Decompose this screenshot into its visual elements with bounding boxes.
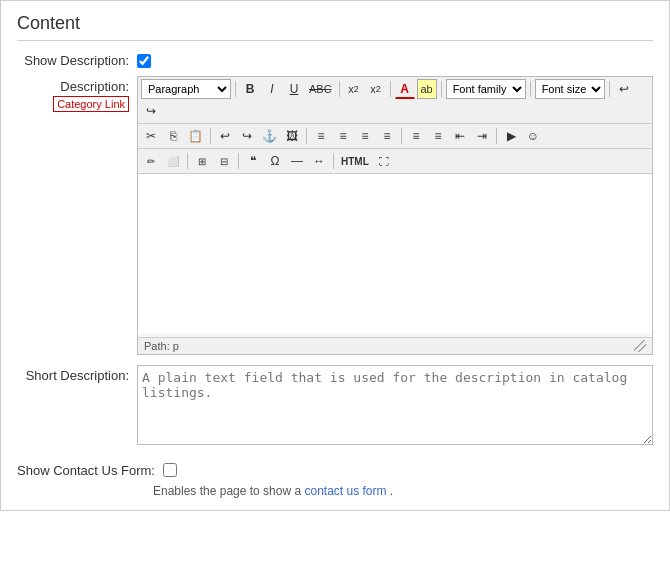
- rich-text-editor: Paragraph B I U ABC x2 x2 A ab Font fami…: [137, 76, 653, 355]
- pagebreak-button[interactable]: ↔: [309, 151, 329, 171]
- show-description-checkbox[interactable]: [137, 54, 151, 68]
- marker-button[interactable]: ab: [417, 79, 437, 99]
- show-description-row: Show Description:: [17, 53, 653, 68]
- toolbar-row-2: ✂ ⎘ 📋 ↩ ↪ ⚓ 🖼 ≡ ≡ ≡ ≡ ≡ ≡ ⇤ ⇥ ▶ ☺: [138, 124, 652, 149]
- special-char-button[interactable]: Ω: [265, 151, 285, 171]
- show-description-label: Show Description:: [17, 53, 137, 68]
- contact-form-checkbox[interactable]: [163, 463, 177, 477]
- editor-content-area[interactable]: [138, 174, 652, 334]
- font-size-select[interactable]: Font size: [535, 79, 605, 99]
- toolbar-separator-12: [238, 153, 239, 169]
- font-family-select[interactable]: Font family: [446, 79, 526, 99]
- short-description-wrapper: [137, 365, 653, 448]
- contact-form-help-text: Enables the page to show a contact us fo…: [153, 484, 653, 498]
- toolbar-separator: [235, 81, 236, 97]
- html-button[interactable]: HTML: [338, 151, 372, 171]
- editor-path-bar: Path: p: [138, 337, 652, 354]
- smiley-button[interactable]: ☺: [523, 126, 543, 146]
- quote-button[interactable]: ❝: [243, 151, 263, 171]
- short-description-row: Short Description:: [17, 365, 653, 448]
- toolbar-separator-5: [530, 81, 531, 97]
- ordered-list-button[interactable]: ≡: [428, 126, 448, 146]
- contact-form-help-link[interactable]: contact us form: [304, 484, 386, 498]
- image-button[interactable]: 🖼: [282, 126, 302, 146]
- align-left-button[interactable]: ≡: [311, 126, 331, 146]
- font-color-button[interactable]: A: [395, 79, 415, 99]
- table-props-button[interactable]: ⊟: [214, 151, 234, 171]
- format-select[interactable]: Paragraph: [141, 79, 231, 99]
- align-justify-button[interactable]: ≡: [377, 126, 397, 146]
- undo2-button[interactable]: ↩: [215, 126, 235, 146]
- toolbar-separator-10: [496, 128, 497, 144]
- underline-button[interactable]: U: [284, 79, 304, 99]
- preview-button[interactable]: ⬜: [163, 151, 183, 171]
- copy-button[interactable]: ⎘: [163, 126, 183, 146]
- redo2-button[interactable]: ↪: [237, 126, 257, 146]
- indent-less-button[interactable]: ⇤: [450, 126, 470, 146]
- contact-form-label: Show Contact Us Form:: [17, 460, 163, 478]
- path-label: Path: p: [144, 340, 179, 352]
- cut-button[interactable]: ✂: [141, 126, 161, 146]
- media-button[interactable]: ▶: [501, 126, 521, 146]
- paste-button[interactable]: 📋: [185, 126, 206, 146]
- hr-button[interactable]: —: [287, 151, 307, 171]
- toolbar-separator-9: [401, 128, 402, 144]
- short-description-label: Short Description:: [17, 365, 137, 383]
- undo-button[interactable]: ↩: [614, 79, 634, 99]
- toolbar-separator-8: [306, 128, 307, 144]
- fullscreen-button[interactable]: ⛶: [374, 151, 394, 171]
- toolbar-separator-6: [609, 81, 610, 97]
- short-description-textarea[interactable]: [137, 365, 653, 445]
- page-title: Content: [17, 13, 653, 41]
- toolbar-separator-3: [390, 81, 391, 97]
- italic-button[interactable]: I: [262, 79, 282, 99]
- toolbar-separator-7: [210, 128, 211, 144]
- toolbar-separator-2: [339, 81, 340, 97]
- superscript-button[interactable]: x2: [366, 79, 386, 99]
- toolbar-separator-11: [187, 153, 188, 169]
- align-right-button[interactable]: ≡: [355, 126, 375, 146]
- toolbar-row-1: Paragraph B I U ABC x2 x2 A ab Font fami…: [138, 77, 652, 124]
- indent-more-button[interactable]: ⇥: [472, 126, 492, 146]
- bold-button[interactable]: B: [240, 79, 260, 99]
- description-row: Description: Category Link Paragraph B I…: [17, 76, 653, 355]
- toolbar-separator-4: [441, 81, 442, 97]
- subscript-button[interactable]: x2: [344, 79, 364, 99]
- description-label: Description:: [60, 79, 129, 94]
- contact-form-row: Show Contact Us Form:: [17, 460, 653, 478]
- description-label-wrapper: Description: Category Link: [17, 76, 137, 112]
- toolbar-row-3: ✏ ⬜ ⊞ ⊟ ❝ Ω — ↔ HTML ⛶: [138, 149, 652, 174]
- align-center-button[interactable]: ≡: [333, 126, 353, 146]
- redo-button[interactable]: ↪: [141, 101, 161, 121]
- anchor-button[interactable]: ⚓: [259, 126, 280, 146]
- table-button[interactable]: ⊞: [192, 151, 212, 171]
- toolbar-separator-13: [333, 153, 334, 169]
- category-link[interactable]: Category Link: [53, 96, 129, 112]
- editor-resize-handle[interactable]: [634, 340, 646, 352]
- source-button[interactable]: ✏: [141, 151, 161, 171]
- unordered-list-button[interactable]: ≡: [406, 126, 426, 146]
- strikethrough-button[interactable]: ABC: [306, 79, 335, 99]
- content-section: Content Show Description: Description: C…: [0, 0, 670, 511]
